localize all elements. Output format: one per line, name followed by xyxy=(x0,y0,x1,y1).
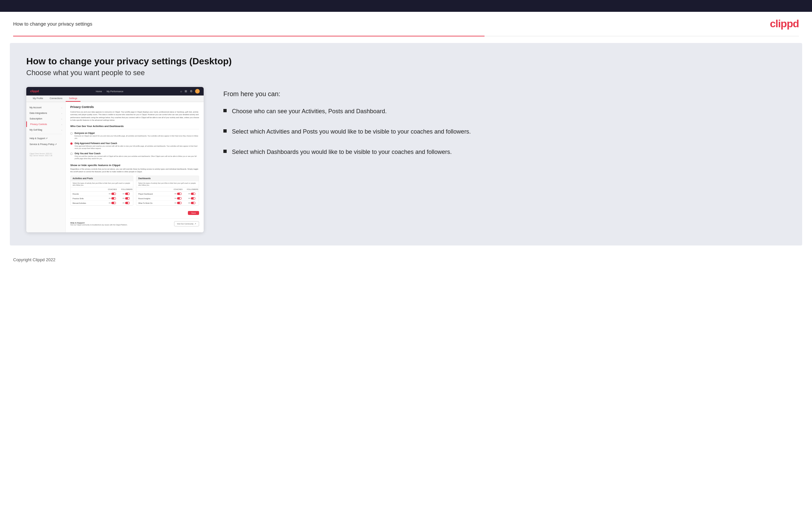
manual-followers-switch[interactable] xyxy=(125,202,130,204)
visit-community-label: Visit Our Community xyxy=(177,223,194,225)
mockup-help-desc: Visit our Clippd community to troublesho… xyxy=(70,224,128,226)
work-followers-toggle[interactable]: ON xyxy=(187,202,197,204)
bullet-1: Choose who can see your Activities, Post… xyxy=(223,107,786,115)
what-to-work-label: What To Work On xyxy=(138,202,173,204)
insights-followers-toggle[interactable]: ON xyxy=(187,197,197,200)
coaches-label: COACHES xyxy=(107,188,117,190)
player-coaches-switch[interactable] xyxy=(177,192,182,195)
activities-desc: Select the types of activity that you'd … xyxy=(70,181,133,187)
work-followers-switch[interactable] xyxy=(191,202,195,204)
info-col: From here you can: Choose who can see yo… xyxy=(223,87,786,156)
rounds-coaches-switch[interactable] xyxy=(111,192,116,195)
insights-followers-switch[interactable] xyxy=(191,197,195,200)
radio-desc-followers: Only approved followers and coaches you … xyxy=(74,145,199,150)
rounds-coaches-on-label: ON xyxy=(109,193,111,194)
dashboard-row-work-on: What To Work On ON ON xyxy=(136,201,199,206)
sidebar-item-my-golf-bag[interactable]: My Golf Bag› xyxy=(26,127,65,132)
mockup-who-can-see-title: Who Can See Your Activities and Dashboar… xyxy=(70,125,199,129)
mockup-section-title: Privacy Controls xyxy=(70,105,199,109)
mockup-grid: Activities and Posts Select the types of… xyxy=(70,176,199,206)
radio-desc-only-you: Only you and the coaches you connect wit… xyxy=(74,155,199,160)
radio-label-followers: Only Approved Followers and Your Coach xyxy=(74,142,199,145)
sidebar-item-privacy-controls[interactable]: Privacy Controls› xyxy=(26,121,65,127)
radio-only-you[interactable]: Only You and Your Coach Only you and the… xyxy=(70,152,199,160)
sidebar-item-help-support[interactable]: Help & Support ↗ xyxy=(26,135,65,142)
sidebar-version: Clippd Client Version: 2022.8.2SQL Serve… xyxy=(26,151,65,159)
player-followers-on-label: ON xyxy=(188,193,190,194)
dashboard-row-insights: Round Insights ON ON xyxy=(136,196,199,201)
footer: Copyright Clippd 2022 xyxy=(0,252,812,268)
work-coaches-toggle[interactable]: ON xyxy=(173,202,183,204)
activity-col-headers: COACHES FOLLOWERS xyxy=(107,188,131,190)
rounds-followers-on-label: ON xyxy=(122,193,124,194)
rounds-toggles: ON ON xyxy=(107,192,131,195)
activities-posts-col: Activities and Posts Select the types of… xyxy=(70,176,133,206)
mockup-nav-links: Home My Performance xyxy=(96,90,123,93)
mockup-help-section: Help & Support Visit our Clippd communit… xyxy=(70,218,199,229)
activity-row-rounds: Rounds ON ON xyxy=(70,192,133,196)
mockup-main-panel: Privacy Controls Control how you and you… xyxy=(66,102,204,232)
rounds-followers-toggle[interactable]: ON xyxy=(121,192,131,195)
page-subheading: Choose what you want people to see xyxy=(26,69,786,77)
dash-coaches-label: COACHES xyxy=(173,188,183,190)
insights-followers-on-label: ON xyxy=(188,198,190,199)
mockup-features-desc: Regardless of the privacy controls that … xyxy=(70,168,199,173)
practice-coaches-toggle[interactable]: ON xyxy=(107,197,117,200)
activities-posts-header: Activities and Posts xyxy=(70,176,133,181)
external-link-icon: ↗ xyxy=(195,223,196,225)
sidebar-item-my-account[interactable]: My Account› xyxy=(26,105,65,110)
mockup-help-text-group: Help & Support Visit our Clippd communit… xyxy=(70,222,128,226)
activities-subheader: COACHES FOLLOWERS xyxy=(70,187,133,192)
tab-settings[interactable]: Settings xyxy=(66,96,81,102)
player-dashboard-label: Player Dashboard xyxy=(138,193,173,195)
rounds-coaches-toggle[interactable]: ON xyxy=(107,192,117,195)
practice-followers-toggle[interactable]: ON xyxy=(121,197,131,200)
manual-coaches-on-label: ON xyxy=(109,202,111,204)
main-content: How to change your privacy settings (Des… xyxy=(10,43,802,245)
player-toggles: ON ON xyxy=(173,192,197,195)
insights-coaches-toggle[interactable]: ON xyxy=(173,197,183,200)
dashboards-desc: Select the types of activity that you'd … xyxy=(136,181,199,187)
sidebar-item-subscription[interactable]: Subscription› xyxy=(26,116,65,121)
page-heading: How to change your privacy settings (Des… xyxy=(26,56,786,67)
radio-label-only-you: Only You and Your Coach xyxy=(74,152,199,155)
logo: clippd xyxy=(770,18,799,30)
manual-coaches-toggle[interactable]: ON xyxy=(107,202,117,204)
tab-connections[interactable]: Connections xyxy=(46,96,66,102)
manual-label: Manual Activities xyxy=(72,202,107,204)
player-coaches-toggle[interactable]: ON xyxy=(173,192,183,195)
player-followers-switch[interactable] xyxy=(191,192,195,195)
radio-everyone[interactable]: Everyone on Clippd Everyone on Clippd ca… xyxy=(70,132,199,139)
manual-followers-toggle[interactable]: ON xyxy=(121,202,131,204)
manual-coaches-switch[interactable] xyxy=(111,202,116,204)
practice-toggles: ON ON xyxy=(107,197,131,200)
work-on-toggles: ON ON xyxy=(173,202,197,204)
sidebar-item-data-integrations[interactable]: Data Integrations› xyxy=(26,110,65,116)
top-bar xyxy=(0,0,812,12)
mockup-logo: clippd xyxy=(30,90,39,93)
work-coaches-switch[interactable] xyxy=(177,202,182,204)
save-button[interactable]: Save xyxy=(188,211,199,215)
rounds-label: Rounds xyxy=(72,193,107,195)
bullet-text-1: Choose who can see your Activities, Post… xyxy=(232,107,387,115)
player-followers-toggle[interactable]: ON xyxy=(187,192,197,195)
practice-coaches-switch[interactable] xyxy=(111,197,116,200)
bullet-square-2 xyxy=(223,129,226,132)
practice-coaches-on-label: ON xyxy=(109,198,111,199)
tab-my-profile[interactable]: My Profile xyxy=(30,96,46,102)
insights-coaches-switch[interactable] xyxy=(177,197,182,200)
sidebar-divider xyxy=(30,134,62,134)
radio-followers-coach[interactable]: Only Approved Followers and Your Coach O… xyxy=(70,142,199,150)
visit-community-button[interactable]: Visit Our Community ↗ xyxy=(174,221,199,226)
manual-followers-on-label: ON xyxy=(122,202,124,204)
practice-followers-switch[interactable] xyxy=(125,197,130,200)
header-title: How to change your privacy settings xyxy=(13,21,92,26)
round-insights-label: Round Insights xyxy=(138,198,173,200)
manual-toggles: ON ON xyxy=(107,202,131,204)
mockup-nav-home: Home xyxy=(96,90,102,93)
header: How to change your privacy settings clip… xyxy=(0,12,812,36)
from-here-text: From here you can: xyxy=(223,90,786,98)
rounds-followers-switch[interactable] xyxy=(125,192,130,195)
sidebar-item-service-privacy[interactable]: Service & Privacy Policy ↗ xyxy=(26,142,65,147)
followers-label: FOLLOWERS xyxy=(121,188,131,190)
